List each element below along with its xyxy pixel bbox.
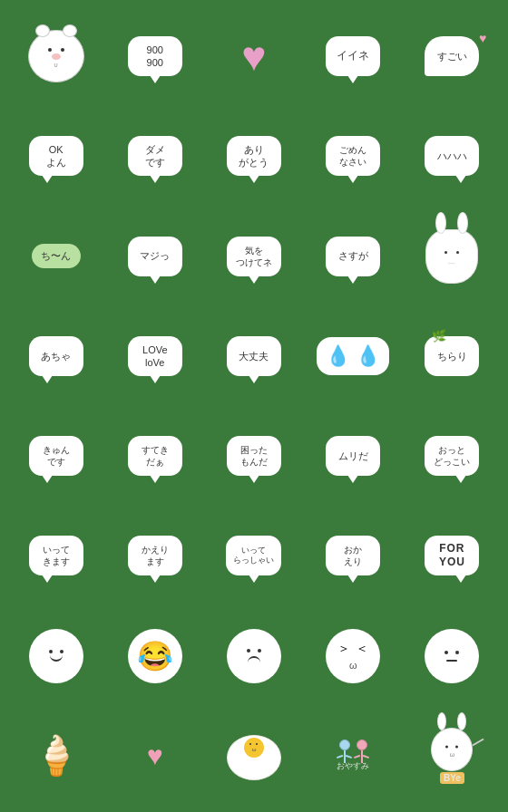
- fried-egg-icon: ω: [227, 730, 281, 780]
- cell-kiwotsukete[interactable]: 気をつけてネ: [205, 208, 302, 305]
- cell-small-heart[interactable]: ♥: [106, 707, 203, 805]
- emoji-grid: ∪ 900900 ♥ イイネ すごい ♥ OKよん ダメです ありがとう ごめん…: [0, 0, 508, 812]
- bubble-kyundesu: きゅんです: [29, 436, 83, 476]
- bubble-iine: イイネ: [326, 36, 380, 76]
- cell-kaerimasu[interactable]: かえります: [106, 507, 203, 604]
- bubble-arigatou: ありがとう: [227, 136, 281, 176]
- cell-ittekimasu[interactable]: いってきます: [7, 507, 104, 604]
- cell-chiin[interactable]: ち〜ん: [7, 208, 104, 305]
- cell-bye-rabbit[interactable]: ω BYe: [404, 707, 501, 805]
- bubble-ittekimasu: いってきます: [29, 536, 83, 575]
- icecream-icon: 🍦: [33, 733, 80, 778]
- cell-icecream[interactable]: 🍦: [7, 707, 104, 805]
- bubble-itterasshai: いってらっしゃい: [226, 536, 281, 575]
- cell-itterasshai[interactable]: いってらっしゃい: [205, 507, 302, 604]
- cell-chirari[interactable]: ちらり 🌿: [404, 307, 501, 405]
- bubble-kaerimasu: かえります: [128, 536, 182, 575]
- bubble-murida: ムリだ: [326, 436, 380, 476]
- small-heart-icon: ♥: [147, 740, 163, 771]
- cell-kyundesu[interactable]: きゅんです: [7, 407, 104, 505]
- cell-komattamonda[interactable]: 困ったもんだ: [205, 407, 302, 505]
- drops-bubble: 💧 💧: [317, 337, 389, 375]
- cell-face-happy[interactable]: 😂: [106, 607, 203, 705]
- oyasumi-icon: おやすみ: [337, 740, 369, 772]
- bear-icon: ∪: [28, 30, 84, 82]
- bubble-sugoi: すごい: [425, 36, 479, 76]
- face-plain-icon: [425, 629, 479, 683]
- bubble-okaeri: おかえり: [326, 536, 380, 575]
- cell-lovelove[interactable]: LOVeloVe: [106, 307, 203, 405]
- cell-achya[interactable]: あちゃ: [7, 307, 104, 405]
- cell-arigatou[interactable]: ありがとう: [205, 107, 302, 205]
- cell-ottodokkoi[interactable]: おっとどっこい: [404, 407, 501, 505]
- bubble-sasuga: さすが: [326, 237, 380, 276]
- cell-murida[interactable]: ムリだ: [305, 407, 402, 505]
- face-sad-icon: [227, 629, 281, 683]
- cell-daijoubu[interactable]: 大丈夫: [205, 307, 302, 405]
- cell-okaeri[interactable]: おかえり: [305, 507, 402, 604]
- cell-face-sad[interactable]: [205, 607, 302, 705]
- cell-face-smile[interactable]: [7, 607, 104, 705]
- cell-hahaha[interactable]: ハハハ: [404, 107, 501, 205]
- bubble-komattamonda: 困ったもんだ: [227, 436, 281, 476]
- bubble-900: 900900: [128, 36, 182, 76]
- face-fun-icon: ＞＜ ω: [326, 629, 380, 683]
- cell-okyon[interactable]: OKよん: [7, 107, 104, 205]
- cell-900[interactable]: 900900: [106, 7, 203, 105]
- bubble-hahaha: ハハハ: [425, 136, 479, 176]
- bubble-okyon: OKよん: [29, 136, 83, 176]
- cell-fried-egg[interactable]: ω: [205, 707, 302, 805]
- cell-maji[interactable]: マジっ: [106, 208, 203, 305]
- bubble-chirari: ちらり 🌿: [425, 336, 479, 376]
- cell-heart[interactable]: ♥: [205, 7, 302, 105]
- cell-face-plain[interactable]: [404, 607, 501, 705]
- bubble-sutekida: すてきだぁ: [128, 436, 182, 476]
- bubble-daijoubu: 大丈夫: [227, 336, 281, 376]
- bubble-lovelove: LOVeloVe: [128, 336, 182, 376]
- bubble-dame: ダメです: [128, 136, 182, 176]
- cell-gomennasai[interactable]: ごめんなさい: [305, 107, 402, 205]
- bubble-kiwotsukete: 気をつけてネ: [227, 237, 281, 276]
- cell-foryou[interactable]: FORYOU: [404, 507, 501, 604]
- cell-sugoi[interactable]: すごい ♥: [404, 7, 501, 105]
- bubble-ottodokkoi: おっとどっこい: [425, 436, 479, 476]
- cell-sutekida[interactable]: すてきだぁ: [106, 407, 203, 505]
- bubble-gomennasai: ごめんなさい: [326, 136, 380, 176]
- cell-iine[interactable]: イイネ: [305, 7, 402, 105]
- bubble-foryou: FORYOU: [425, 536, 479, 575]
- bubble-achya: あちゃ: [29, 336, 83, 376]
- cell-sasuga[interactable]: さすが: [305, 208, 402, 305]
- cell-bear[interactable]: ∪: [7, 7, 104, 105]
- cell-dame[interactable]: ダメです: [106, 107, 203, 205]
- bye-rabbit-icon: ω BYe: [431, 728, 473, 784]
- cell-oyasumi[interactable]: おやすみ: [305, 707, 402, 805]
- rabbit-sad-icon: ﹏: [425, 229, 478, 284]
- heart-icon: ♥: [241, 35, 266, 77]
- face-happy-icon: 😂: [128, 629, 182, 683]
- bubble-maji: マジっ: [128, 237, 182, 276]
- cell-rabbit-sad[interactable]: ﹏: [404, 208, 501, 305]
- cell-face-fun[interactable]: ＞＜ ω: [305, 607, 402, 705]
- bubble-chiin: ち〜ん: [32, 244, 81, 268]
- face-smile-icon: [29, 629, 83, 683]
- cell-drops[interactable]: 💧 💧: [305, 307, 402, 405]
